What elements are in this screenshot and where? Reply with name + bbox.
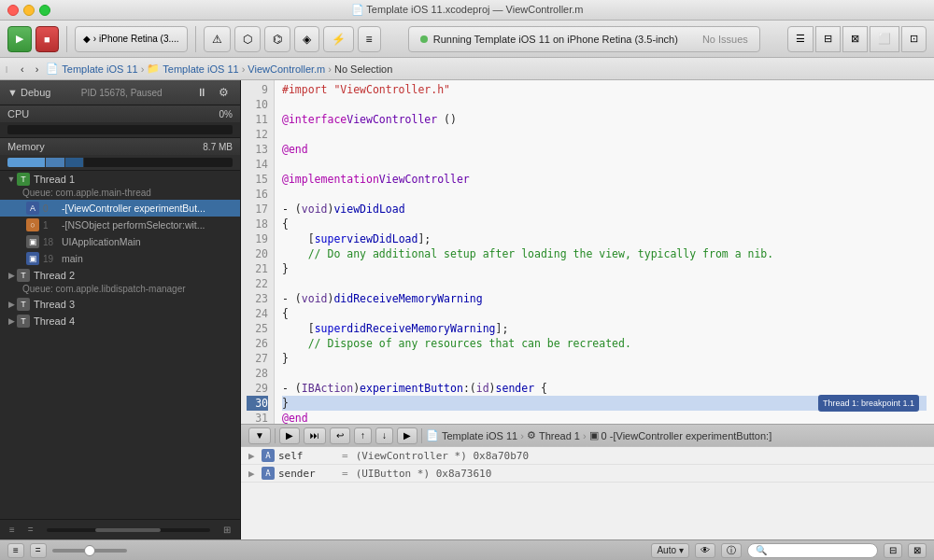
view-issues-button[interactable]: ⚠ (204, 26, 231, 52)
memory-section: Memory 8.7 MB (0, 138, 240, 171)
thread-item-1[interactable]: ▼ T Thread 1 (0, 171, 240, 188)
debug-bc-thread-icon: ⚙ (527, 429, 536, 441)
breakpoints-button[interactable]: ⬡ (234, 26, 261, 52)
file-icon-small: 📄 (46, 63, 59, 75)
var-self-icon: A (262, 449, 275, 462)
scheme-button[interactable]: ◆ › iPhone Retina (3.... (75, 26, 188, 52)
ln-15: 15 (247, 172, 268, 187)
debug-bc-frame: 0 -[ViewController experimentButton:] (601, 430, 772, 441)
thread-1-expand-icon: ▼ (6, 174, 17, 185)
status-pill: Running Template iOS 11 on iPhone Retina… (408, 26, 760, 52)
debug-pause-button[interactable]: ⏸ (192, 84, 211, 101)
code-line-30: } Thread 1: breakpoint 1.1 (282, 396, 927, 411)
thread-item-4[interactable]: ▶ T Thread 4 (0, 313, 240, 329)
frame-1-icon: ○ (26, 218, 39, 231)
run-button[interactable]: ▶ (7, 26, 32, 52)
status-eye-btn[interactable]: 👁 (695, 543, 715, 558)
debug-settings-button[interactable]: ⚙ (215, 84, 233, 101)
thread-4-expand-icon: ▶ (6, 315, 17, 327)
code-line-29: - (IBAction)experimentButton:(id)sender … (282, 381, 927, 396)
frame-0-num: 0 (43, 203, 58, 214)
code-line-13: @end (282, 142, 927, 157)
code-line-25: [super didReceiveMemoryWarning]; (282, 321, 927, 336)
frame-item-1[interactable]: ○ 1 -[NSObject performSelector:wit... (0, 217, 240, 233)
thread-item-3[interactable]: ▶ T Thread 3 (0, 296, 240, 313)
left-panel-btn-2[interactable]: = (24, 523, 37, 537)
cpu-section: CPU 0% (0, 105, 240, 138)
status-search-box[interactable]: 🔍 (747, 543, 878, 558)
scheme2-button[interactable]: ⌬ (264, 26, 290, 52)
ln-30: 30 (247, 396, 268, 411)
status-split-btn[interactable]: ⊟ (884, 543, 902, 558)
frame-item-18[interactable]: ▣ 18 UIApplicationMain (0, 233, 240, 250)
code-line-21: } (282, 261, 927, 276)
title-bar: 📄 Template iOS 11.xcodeproj — ViewContro… (0, 0, 934, 21)
debug-step-over-btn[interactable]: ⏭ (304, 427, 326, 444)
frame-item-19[interactable]: ▣ 19 main (0, 250, 240, 267)
ln-28: 28 (247, 366, 268, 381)
debug-render-btn[interactable]: ▶ (397, 427, 417, 444)
ln-22: 22 (247, 276, 268, 291)
cpu-header: CPU 0% (0, 105, 240, 122)
debug-navigator: ▼ Debug PID 15678, Paused ⏸ ⚙ CPU 0% Mem… (0, 80, 241, 539)
maximize-button[interactable] (39, 5, 50, 16)
minimize-button[interactable] (23, 5, 35, 16)
breadcrumb-project[interactable]: Template iOS 11 (62, 63, 137, 75)
breadcrumb-selection[interactable]: No Selection (334, 63, 392, 75)
code-content[interactable]: #import "ViewController.h" @interface Vi… (275, 80, 934, 424)
debug-bar-sep-2 (421, 428, 422, 443)
code-line-18: { (282, 217, 927, 231)
left-panel-btn-1[interactable]: ≡ (6, 523, 19, 537)
toolbar-separator (66, 26, 67, 52)
memory2-button[interactable]: ≡ (358, 26, 381, 52)
thread-1-queue: Queue: com.apple.main-thread (0, 188, 240, 200)
left-panel-btn-3[interactable]: ⊞ (219, 523, 234, 537)
breadcrumb-folder[interactable]: Template iOS 11 (163, 63, 238, 75)
debug-bc-project: Template iOS 11 (442, 430, 517, 441)
debug-control-bar: ▼ ▶ ⏭ ↩ ↑ ↓ ▶ 📄 Template iOS 11 › ⚙ Thre… (241, 424, 934, 446)
mem-seg-3 (65, 158, 84, 167)
main-toolbar: ▶ ■ ◆ › iPhone Retina (3.... ⚠ ⬡ ⌬ ◈ ⚡ ≡… (0, 21, 934, 58)
frame-item-0[interactable]: A 0 -[ViewController experimentBut... (0, 200, 240, 217)
ln-31: 31 (247, 411, 268, 424)
debug-bc-icon: 📄 (426, 429, 439, 441)
arrow-right-icon: › (93, 34, 96, 44)
thread-item-2[interactable]: ▶ T Thread 2 (0, 267, 240, 284)
breadcrumb-file[interactable]: ViewController.m (248, 63, 325, 75)
location-button[interactable]: ◈ (294, 26, 319, 52)
search-icon: 🔍 (756, 545, 767, 555)
left-scroll-bar[interactable] (47, 528, 210, 532)
code-line-28 (282, 366, 927, 381)
debug-step-out-btn[interactable]: ↑ (354, 427, 372, 444)
file-icon: 📄 (351, 4, 367, 15)
code-line-14 (282, 157, 927, 172)
view-btn-nav[interactable]: ⬜ (870, 26, 899, 52)
view-btn-panel[interactable]: ⊠ (842, 26, 868, 52)
line-numbers: 9 10 11 12 13 14 15 16 17 18 19 20 21 22… (241, 80, 275, 424)
debug-bc-thread: Thread 1 (539, 430, 580, 441)
debug-step-inst-btn[interactable]: ↓ (375, 427, 393, 444)
back-button[interactable]: ‹ (17, 62, 28, 77)
energy-button[interactable]: ⚡ (323, 26, 354, 52)
font-size-slider[interactable] (52, 549, 127, 553)
view-btn-list[interactable]: ☰ (787, 26, 814, 52)
status-info-btn[interactable]: ⓘ (721, 543, 742, 558)
stop-button[interactable]: ■ (35, 26, 59, 52)
view-btn-extra[interactable]: ⊡ (901, 26, 927, 52)
auto-select[interactable]: Auto ▾ (651, 543, 689, 558)
code-line-23: - (void)didReceiveMemoryWarning (282, 291, 927, 306)
ln-19: 19 (247, 231, 268, 246)
cpu-value: 0% (219, 109, 233, 119)
status-list-btn[interactable]: ≡ (7, 543, 24, 558)
memory-header: Memory 8.7 MB (0, 138, 240, 155)
view-btn-split[interactable]: ⊟ (815, 26, 841, 52)
cpu-label: CPU (7, 108, 29, 119)
status-panel-btn[interactable]: ⊠ (908, 543, 927, 558)
debug-step-in-btn[interactable]: ↩ (330, 427, 350, 444)
status-filter-btn[interactable]: = (30, 543, 47, 558)
forward-button[interactable]: › (32, 62, 43, 77)
debug-hide-btn[interactable]: ▼ (248, 427, 271, 444)
debug-continue-btn[interactable]: ▶ (279, 427, 300, 444)
close-button[interactable] (7, 5, 19, 16)
code-line-17: - (void)viewDidLoad (282, 202, 927, 217)
